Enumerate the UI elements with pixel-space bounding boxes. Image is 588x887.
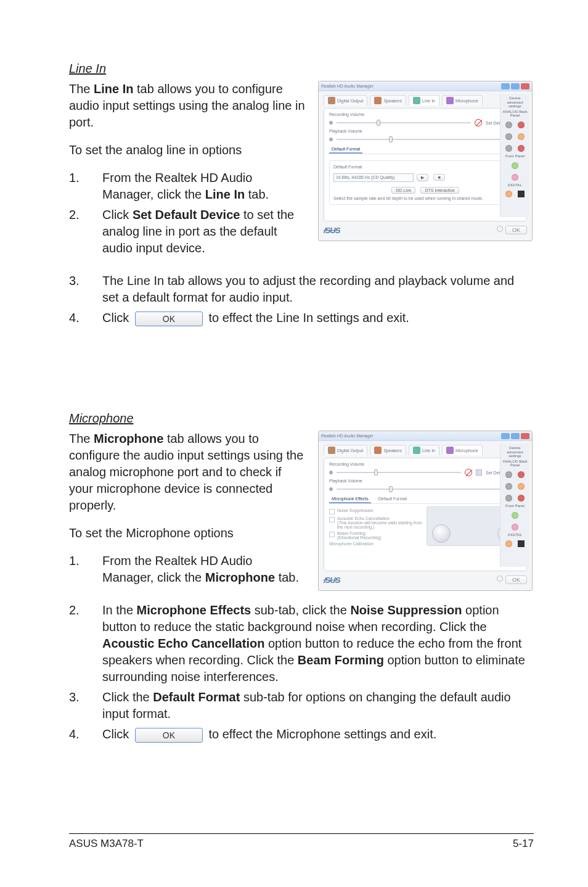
text: Click [102,727,133,741]
jack-icon[interactable] [518,122,525,128]
info-icon[interactable] [497,226,503,232]
boost-icon[interactable] [476,469,482,476]
mic-step4: Click OK to effect the Microphone settin… [102,726,534,743]
spdif-icon[interactable] [518,191,525,197]
text-bold: Acoustic Echo Cancellation [102,637,264,650]
maximize-icon[interactable] [511,83,520,89]
balance-icon[interactable] [329,121,333,125]
ok-button[interactable]: OK [135,728,203,743]
jack-icon[interactable] [512,174,518,181]
balance-icon[interactable] [329,487,333,491]
mic-step2: In the Microphone Effects sub-tab, click… [102,602,534,685]
speaker-icon [328,447,335,454]
default-format-label: Default Format [333,165,517,169]
jack-icon[interactable] [505,495,512,501]
device-advanced-link[interactable]: Device advanced settings [502,96,528,109]
dd-live-button[interactable]: DD Live [391,187,415,194]
recording-volume-slider[interactable] [337,472,461,473]
info-icon[interactable] [497,576,503,582]
jack-icon[interactable] [512,524,518,530]
jack-icon[interactable] [518,495,525,501]
tab-label: Speakers [383,99,402,103]
default-format-subtab[interactable]: Default Format [329,146,362,154]
digital-label: DIGITAL [502,183,528,188]
mic-intro: The Microphone tab allows you to configu… [69,431,307,514]
mic-step3: Click the Default Format sub-tab for opt… [102,689,534,722]
jack-icon[interactable] [505,483,512,490]
tab-line-in[interactable]: Line In [409,445,439,455]
minimize-icon[interactable] [501,433,510,439]
tab-label: Digital Output [337,99,363,103]
line-in-screenshot: Realtek HD Audio Manager Digital Output … [318,81,533,241]
line-in-step2: Click Set Default Device to set the anal… [102,207,306,257]
tab-microphone[interactable]: Microphone [442,95,483,105]
text-bold: Microphone [205,571,275,584]
text-bold: Set Default Device [133,208,240,221]
text-bold: Microphone [94,432,163,445]
text: to effect the Line In settings and exit. [205,311,409,324]
balance-icon[interactable] [329,471,333,474]
playback-volume-slider[interactable] [337,489,510,490]
test-play-button[interactable]: ▶ [417,174,428,181]
beam-forming-checkbox[interactable] [329,532,335,537]
tab-line-in[interactable]: Line In [409,95,439,105]
jack-icon[interactable] [505,471,512,478]
echo-cancel-checkbox[interactable] [329,517,335,522]
jack-icon[interactable] [518,483,525,490]
mute-icon[interactable] [475,119,482,126]
test-stop-button[interactable]: ■ [433,174,444,181]
jack-icon[interactable] [505,540,512,547]
device-advanced-link[interactable]: Device advanced settings [502,446,528,458]
default-format-subtab[interactable]: Default Format [376,495,409,503]
direction-dial[interactable] [432,524,451,543]
spdif-icon[interactable] [518,540,525,547]
list-number: 4. [69,310,102,326]
text: tab. [275,571,299,584]
tab-speakers[interactable]: Speakers [370,445,406,455]
ok-button[interactable]: OK [135,311,203,326]
dts-interactive-button[interactable]: DTS Interactive [420,187,459,194]
jack-icon[interactable] [505,133,512,140]
tab-digital-output[interactable]: Digital Output [324,445,367,455]
line-in-step3: The Line In tab allows you to adjust the… [102,273,534,306]
footer-model: ASUS M3A78-T [69,838,144,850]
line-in-heading: Line In [69,62,534,76]
jack-icon[interactable] [505,145,512,152]
balance-icon[interactable] [329,138,333,141]
jack-icon[interactable] [505,122,512,128]
dialog-ok-button[interactable]: OK [505,576,527,584]
text: Click [102,311,133,324]
mic-effects-subtab[interactable]: Microphone Effects [329,495,371,503]
text-bold: Beam Forming [298,653,384,667]
jack-icon[interactable] [518,471,525,478]
asus-logo: /SUS [324,226,340,235]
dialog-ok-button[interactable]: OK [505,226,527,234]
jack-icon[interactable] [505,191,512,197]
tab-microphone[interactable]: Microphone [442,445,483,455]
close-icon[interactable] [521,433,529,439]
microphone-screenshot: Realtek HD Audio Manager Digital Output … [318,431,533,591]
jack-icon[interactable] [518,145,525,152]
analog-label: ANALOG Back Panel [502,460,528,468]
mute-icon[interactable] [465,469,472,476]
text-bold: Microphone Effects [137,603,251,617]
jack-icon[interactable] [512,162,518,169]
mic-calibration-link[interactable]: Microphone Calibration [329,542,423,546]
playback-volume-slider[interactable] [337,139,510,140]
noise-suppression-label: Noise Suppression [337,508,374,513]
recording-volume-slider[interactable] [337,122,471,123]
text: The [69,82,94,96]
sample-rate-combo[interactable]: 16 Bits, 44100 Hz (CD Quality) [333,173,414,182]
tab-digital-output[interactable]: Digital Output [324,95,367,105]
text: In the [102,603,137,617]
jack-icon[interactable] [512,512,518,519]
window-title: Realtek HD Audio Manager [321,434,374,438]
close-icon[interactable] [521,83,529,89]
minimize-icon[interactable] [501,83,510,89]
list-number: 3. [69,273,102,306]
tab-speakers[interactable]: Speakers [370,95,406,105]
text: tab. [245,188,269,201]
jack-icon[interactable] [518,133,525,140]
maximize-icon[interactable] [511,433,520,439]
noise-suppression-checkbox[interactable] [329,509,335,514]
